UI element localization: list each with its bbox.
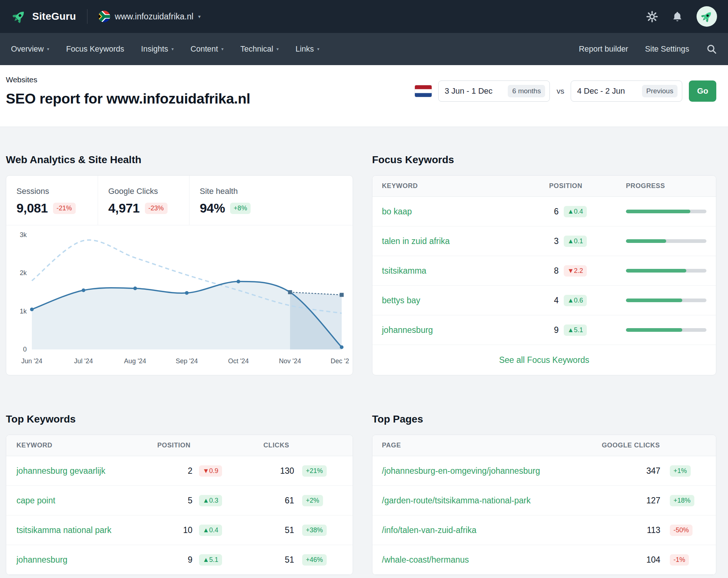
column-progress: PROGRESS [619,182,706,190]
clicks-change-badge: +21% [302,465,327,477]
stats-row: Sessions 9,081 -21% Google Clicks 4,971 … [6,176,353,225]
stat-value: 94% [200,201,225,215]
position-value: 9 [152,555,192,565]
breadcrumb[interactable]: Websites [6,75,250,84]
nl-flag-icon [415,85,432,97]
nav-item-insights[interactable]: Insights▾ [141,45,174,54]
table-row: bettys bay 4▲0.6 [372,286,716,315]
avatar[interactable] [697,6,717,27]
position-value: 5 [152,496,192,506]
nav-item-technical[interactable]: Technical▾ [240,45,279,54]
table-header: KEYWORD POSITION CLICKS [6,435,353,456]
page-header: Websites SEO report for www.infozuidafri… [0,65,728,127]
page-link[interactable]: /garden-route/tsitsikamma-national-park [382,496,531,505]
table-row: talen in zuid afrika 3▲0.1 [372,226,716,256]
svg-text:2k: 2k [20,269,27,277]
position-change-badge: ▼0.9 [199,465,222,477]
keyword-link[interactable]: bettys bay [382,296,420,305]
gear-icon[interactable] [646,11,658,23]
clicks-value: 113 [602,525,660,535]
nav-item-report-builder[interactable]: Report builder [579,45,628,54]
compare-range-badge: Previous [642,85,678,97]
position-value: 3 [549,236,559,246]
top-pages-card: PAGE GOOGLE CLICKS /johannesburg-en-omge… [372,435,716,575]
keyword-link[interactable]: talen in zuid afrika [382,236,450,246]
nav-item-focus-keywords[interactable]: Focus Keywords [66,45,124,54]
search-icon[interactable] [706,44,717,55]
table-row: cape point 5 ▲0.3 61 +2% [6,486,353,515]
date-range-input[interactable]: 3 Jun - 1 Dec 6 months [438,80,550,102]
svg-text:Dec '24: Dec '24 [331,357,349,365]
keyword-link[interactable]: tsitsikamma [382,266,426,275]
table-row: /johannesburg-en-omgeving/johannesburg 3… [372,456,716,486]
clicks-change-badge: +2% [302,495,323,506]
position-change-badge: ▲0.6 [564,295,587,306]
chevron-down-icon: ▾ [172,47,174,51]
position-value: 6 [549,207,559,217]
clicks-value: 130 [243,466,294,476]
column-keyword: KEYWORD [16,442,152,449]
position-change-badge: ▲0.3 [199,495,222,506]
svg-text:Sep '24: Sep '24 [176,357,198,365]
chevron-down-icon: ▾ [317,47,319,51]
keyword-link[interactable]: johannesburg gevaarlijk [16,466,105,476]
page-link[interactable]: /info/talen-van-zuid-afrika [382,525,476,535]
table-row: tsitsikamma 8▼2.2 [372,256,716,286]
progress-bar [626,328,706,332]
column-position: POSITION [549,182,619,190]
position-value: 9 [549,325,559,335]
keyword-link[interactable]: bo kaap [382,207,412,216]
stat-site-health: Site health 94% +8% [189,176,353,225]
position-change-badge: ▼2.2 [564,265,587,277]
top-bar: SiteGuru www.infozuidafrika.nl ▾ [0,0,728,33]
sessions-chart: 01k2k3kJun '24Jul '24Aug '24Sep '24Oct '… [9,228,349,368]
site-selector[interactable]: www.infozuidafrika.nl ▾ [98,11,201,22]
see-all-focus-keywords-link[interactable]: See all Focus Keywords [372,345,716,375]
keyword-link[interactable]: johannesburg [16,555,67,564]
keyword-link[interactable]: johannesburg [382,325,433,335]
compare-range-input[interactable]: 4 Dec - 2 Jun Previous [571,80,682,102]
go-button[interactable]: Go [689,80,716,102]
page-link[interactable]: /johannesburg-en-omgeving/johannesburg [382,466,540,476]
svg-text:Aug '24: Aug '24 [124,357,146,365]
stat-change-badge: -21% [53,203,76,214]
keyword-link[interactable]: tsitsikamma national park [16,525,112,535]
clicks-value: 51 [243,555,294,565]
stat-label: Google Clicks [108,187,189,196]
stat-change-badge: -23% [145,203,168,214]
date-range-badge: 6 months [508,85,545,97]
date-range-value: 3 Jun - 1 Dec [444,86,492,96]
bell-icon[interactable] [671,11,683,23]
position-change-badge: ▲0.1 [564,236,587,247]
rocket-logo-icon [11,8,27,25]
table-row: johannesburg gevaarlijk 2 ▼0.9 130 +21% [6,456,353,486]
svg-text:1k: 1k [20,308,27,315]
nav-item-overview[interactable]: Overview▾ [11,45,49,54]
stat-google-clicks: Google Clicks 4,971 -23% [98,176,189,225]
clicks-change-badge: -50% [670,525,693,536]
nav-item-site-settings[interactable]: Site Settings [645,45,689,54]
chevron-down-icon: ▾ [47,47,49,51]
table-header: PAGE GOOGLE CLICKS [372,435,716,456]
clicks-change-badge: +38% [302,525,327,536]
table-row: bo kaap 6▲0.4 [372,197,716,226]
column-google-clicks: GOOGLE CLICKS [602,442,706,449]
position-value: 8 [549,266,559,276]
stat-value: 4,971 [108,201,140,215]
top-pages-section-title: Top Pages [372,413,716,425]
analytics-section-title: Web Analytics & Site Health [6,154,353,166]
table-row: johannesburg 9 ▲5.1 51 +46% [6,545,353,575]
analytics-card: Sessions 9,081 -21% Google Clicks 4,971 … [6,175,353,375]
page-link[interactable]: /whale-coast/hermanus [382,555,469,564]
svg-text:Nov '24: Nov '24 [279,357,301,365]
left-column: Web Analytics & Site Health Sessions 9,0… [6,127,353,575]
nav-item-content[interactable]: Content▾ [191,45,224,54]
vs-label: vs [556,87,564,95]
chevron-down-icon: ▾ [277,47,279,51]
position-change-badge: ▲5.1 [199,554,222,566]
nav-item-links[interactable]: Links▾ [296,45,319,54]
progress-bar [626,239,706,243]
clicks-value: 51 [243,525,294,535]
siteguru-logo[interactable]: SiteGuru [11,8,76,25]
keyword-link[interactable]: cape point [16,496,55,505]
